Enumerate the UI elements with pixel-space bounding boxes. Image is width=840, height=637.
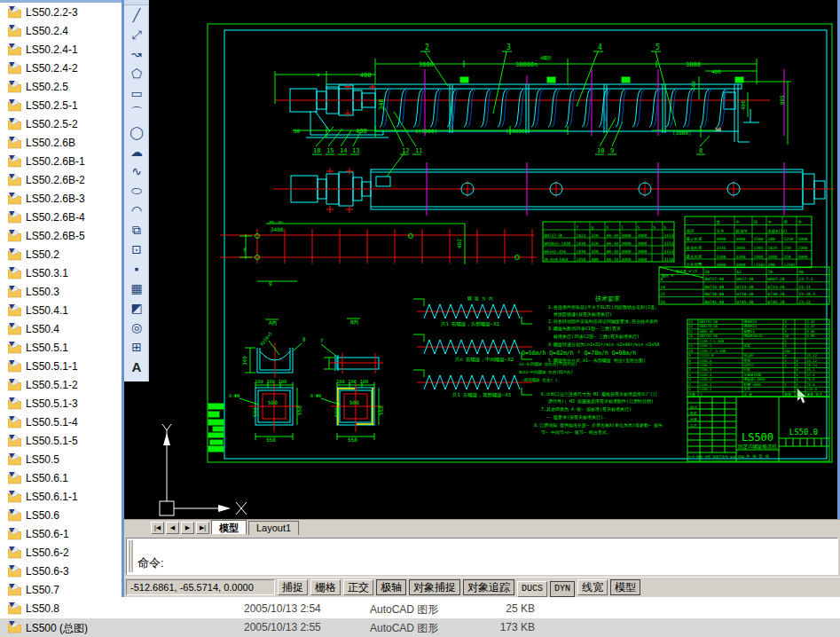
file-row[interactable]: LS500 (总图)2005/10/13 2:55AutoCAD 图形173 K…	[0, 618, 840, 637]
file-name[interactable]: LS50.5.1-3	[26, 397, 78, 410]
file-name[interactable]: LS50.6-3	[26, 565, 69, 578]
mtext-icon[interactable]: A	[124, 357, 149, 376]
dwg-file-icon	[8, 435, 21, 447]
coordinate-display[interactable]: -512.6861, -65.5714, 0.0000	[126, 579, 275, 595]
construction-line-icon[interactable]: ⤢	[124, 25, 149, 44]
status-toggle-对象捕捉[interactable]: 对象捕捉	[409, 579, 460, 595]
file-name[interactable]: LS50.3.1	[26, 267, 68, 279]
cad-geometry	[700, 136, 710, 146]
cad-table-cell: BW727-4B	[705, 277, 725, 281]
command-window[interactable]: 命令:	[124, 535, 840, 577]
point-icon[interactable]: ▪	[124, 259, 149, 279]
file-name[interactable]: LS50.6	[26, 509, 59, 522]
file-name[interactable]: LS50.2.6B-3	[26, 193, 85, 205]
status-toggle-模型[interactable]: 模型	[610, 579, 640, 595]
status-toggle-线宽[interactable]: 线宽	[577, 579, 608, 595]
file-name[interactable]: LS50.6-1	[26, 528, 69, 540]
cad-table-cell: 类	[717, 220, 721, 224]
cad-table-cell: 3000	[736, 263, 746, 267]
file-name[interactable]: LS50.8	[26, 602, 59, 615]
status-toggle-栅格[interactable]: 栅格	[310, 579, 341, 595]
file-name[interactable]: LS50.7	[26, 584, 59, 596]
cad-geometry	[417, 90, 425, 127]
status-toggle-对象追踪[interactable]: 对象追踪	[463, 579, 514, 595]
file-name[interactable]: LS50.2.5	[26, 81, 68, 93]
line-icon[interactable]: ╱	[124, 5, 149, 25]
cad-table-cell: 3000	[736, 237, 746, 241]
status-toggle-极轴[interactable]: 极轴	[376, 579, 406, 595]
file-name[interactable]: LS50.2.6B-4	[26, 211, 85, 224]
cad-drawing[interactable]: fghlhbbBW727-Ⅰ4142232044-10300030003153W…	[149, 0, 840, 519]
cad-geometry	[547, 77, 555, 83]
cad-text: 8-ΦN	[229, 393, 239, 398]
file-name[interactable]: LS50.5.1-1	[26, 360, 78, 373]
file-name[interactable]: LS50.5	[26, 453, 59, 466]
file-name[interactable]: LS50.2.5-2	[26, 118, 78, 130]
file-name[interactable]: LS50.2.4-2	[26, 62, 78, 75]
ellipse-arc-icon[interactable]: ◠	[124, 201, 149, 220]
tab-nav-first[interactable]: |◀	[151, 522, 164, 534]
revcloud-icon[interactable]: ☁	[124, 142, 149, 161]
file-name[interactable]: LS50.2.2-3	[26, 6, 78, 19]
make-block-icon[interactable]: ⊡	[124, 240, 149, 259]
file-name[interactable]: LS50.5.1	[26, 342, 68, 354]
cad-table-cell: GB6170-86	[700, 324, 718, 328]
cad-geometry	[208, 412, 219, 417]
circle-icon[interactable]: ◯	[124, 122, 149, 142]
file-name[interactable]: LS50.2.4	[26, 25, 68, 37]
file-name[interactable]: LS50.6-2	[26, 547, 69, 559]
status-toggle-捕捉[interactable]: 捕捉	[278, 579, 308, 595]
polyline-icon[interactable]: ↝	[124, 44, 149, 64]
tab-nav-last[interactable]: ▶|	[196, 522, 209, 534]
file-name[interactable]: LS50.5.1-4	[26, 416, 78, 429]
file-name[interactable]: LS500 (总图)	[26, 621, 88, 636]
tab-nav-next[interactable]: ▶	[181, 522, 194, 534]
file-name[interactable]: LS50.6.1-1	[26, 491, 78, 503]
hatch-icon[interactable]: ▦	[124, 279, 149, 298]
file-name[interactable]: LS50.2.5-1	[26, 99, 78, 112]
status-toggle-DUCS[interactable]: DUCS	[517, 581, 547, 597]
dwg-file-icon	[8, 565, 21, 578]
file-name[interactable]: LS50.2.4-1	[26, 43, 78, 56]
cad-geometry	[208, 420, 224, 425]
insert-block-icon[interactable]: ⧉	[124, 220, 149, 240]
ellipse-icon[interactable]: ⬭	[124, 181, 149, 201]
tab-nav-prev[interactable]: ◀	[166, 522, 179, 534]
file-name[interactable]: LS50.6.1	[26, 472, 68, 484]
spline-icon[interactable]: ∿	[124, 161, 149, 181]
table-icon[interactable]: ⊞	[124, 337, 149, 357]
cad-text: 8	[699, 147, 703, 154]
dwg-file-icon	[8, 602, 21, 615]
status-toggle-正交[interactable]: 正交	[343, 579, 373, 595]
tab-layout1[interactable]: Layout1	[248, 521, 299, 535]
file-name[interactable]: LS50.4.1	[26, 304, 68, 317]
file-row[interactable]: LS50.82005/10/13 2:54AutoCAD 图形25 KB	[0, 600, 840, 618]
command-prompt[interactable]: 命令:	[137, 555, 164, 571]
tab-model[interactable]: 模型	[211, 520, 247, 534]
arc-icon[interactable]: ⌒	[124, 103, 149, 122]
file-name[interactable]: LS50.4	[26, 323, 59, 335]
file-name[interactable]: LS50.3	[26, 286, 59, 298]
cad-table-cell: 名 称	[744, 392, 753, 397]
cad-geometry	[208, 446, 224, 452]
cad-table-cell: (150)	[754, 263, 766, 267]
rectangle-icon[interactable]: ▭	[124, 83, 149, 103]
cad-table-cell: 23-11	[799, 285, 812, 289]
cad-table-cell: BW738-4B	[705, 292, 725, 296]
region-icon[interactable]: ◎	[124, 318, 149, 337]
polygon-icon[interactable]: ⬠	[124, 64, 149, 83]
file-name[interactable]: LS50.2	[26, 248, 59, 261]
file-name[interactable]: LS50.2.6B-5	[26, 230, 85, 242]
gradient-icon[interactable]: ◩	[124, 298, 149, 318]
cad-text: 共 张 第 张	[746, 454, 770, 459]
status-toggle-DYN[interactable]: DYN	[550, 581, 575, 597]
cad-table-cell: 节	[798, 220, 803, 224]
cad-text: 13	[352, 147, 359, 154]
file-name[interactable]: LS50.5.1-2	[26, 379, 78, 391]
cad-table-cell: l	[622, 225, 624, 230]
file-name[interactable]: LS50.2.6B-2	[26, 174, 85, 186]
file-name[interactable]: LS50.2.6B-1	[26, 155, 85, 168]
file-name[interactable]: LS50.2.6B	[26, 137, 75, 149]
command-window-grip[interactable]	[129, 540, 133, 572]
file-name[interactable]: LS50.5.1-5	[26, 435, 78, 447]
